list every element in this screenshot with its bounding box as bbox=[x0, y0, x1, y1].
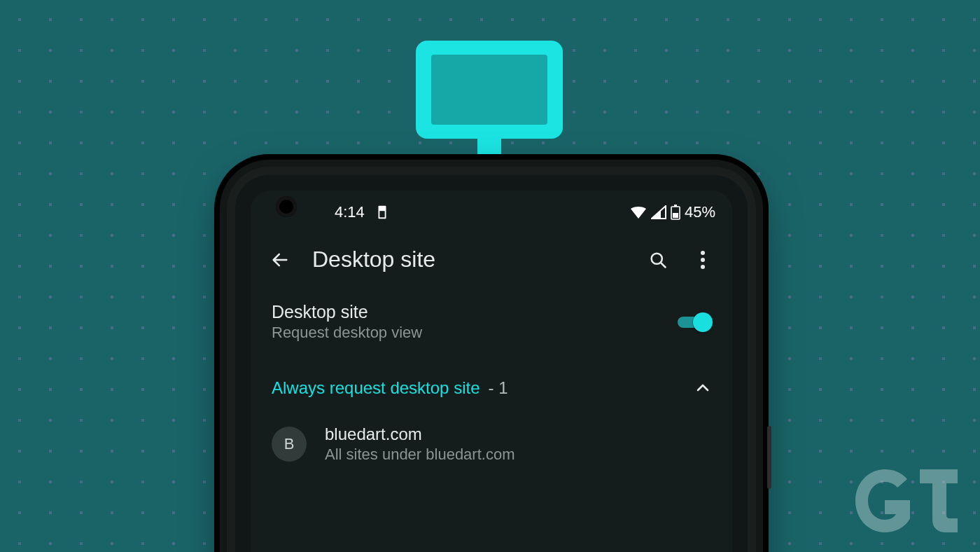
setting-title: Desktop site bbox=[272, 302, 662, 322]
toggle-thumb bbox=[693, 312, 713, 332]
chevron-up-icon bbox=[694, 380, 711, 396]
section-count: - 1 bbox=[488, 378, 507, 398]
svg-rect-5 bbox=[379, 211, 384, 217]
phone-screen: 4:14 bbox=[251, 191, 732, 552]
desktop-site-toggle-row[interactable]: Desktop site Request desktop view bbox=[251, 287, 732, 357]
svg-point-13 bbox=[701, 265, 705, 269]
gt-watermark-icon bbox=[850, 462, 962, 539]
svg-line-10 bbox=[661, 263, 665, 267]
desktop-site-toggle[interactable] bbox=[676, 312, 711, 332]
status-time: 4:14 bbox=[335, 203, 365, 221]
site-list-item[interactable]: B bluedart.com All sites under bluedart.… bbox=[251, 412, 732, 476]
svg-point-12 bbox=[701, 258, 705, 262]
search-icon bbox=[648, 250, 668, 270]
svg-rect-1 bbox=[431, 55, 547, 125]
site-subtitle: All sites under bluedart.com bbox=[325, 446, 711, 464]
cell-signal-icon bbox=[651, 205, 666, 219]
camera-punch-hole bbox=[276, 196, 297, 217]
back-button[interactable] bbox=[267, 247, 293, 272]
arrow-left-icon bbox=[270, 250, 290, 270]
phone-side-button bbox=[767, 426, 771, 489]
more-vert-icon bbox=[700, 250, 706, 270]
page-title: Desktop site bbox=[312, 247, 626, 272]
overflow-menu-button[interactable] bbox=[690, 247, 715, 272]
monitor-icon bbox=[416, 41, 563, 171]
svg-point-11 bbox=[701, 251, 705, 255]
site-title: bluedart.com bbox=[325, 425, 711, 444]
status-battery-percent: 45% bbox=[685, 203, 715, 221]
phone-bezel: 4:14 bbox=[235, 175, 748, 552]
app-bar: Desktop site bbox=[251, 227, 732, 287]
svg-rect-7 bbox=[674, 205, 677, 207]
site-avatar-letter: B bbox=[284, 435, 295, 453]
section-label: Always request desktop site bbox=[272, 378, 479, 398]
always-request-section[interactable]: Always request desktop site - 1 bbox=[251, 357, 732, 412]
search-button[interactable] bbox=[645, 247, 671, 272]
status-bar: 4:14 bbox=[251, 191, 732, 227]
svg-rect-8 bbox=[673, 213, 678, 218]
battery-icon bbox=[671, 205, 680, 220]
setting-subtitle: Request desktop view bbox=[272, 324, 662, 342]
svg-rect-2 bbox=[477, 139, 501, 158]
site-avatar: B bbox=[272, 427, 307, 462]
wifi-icon bbox=[630, 205, 647, 219]
sim-card-icon bbox=[374, 205, 390, 220]
phone-frame: 4:14 bbox=[227, 167, 756, 552]
